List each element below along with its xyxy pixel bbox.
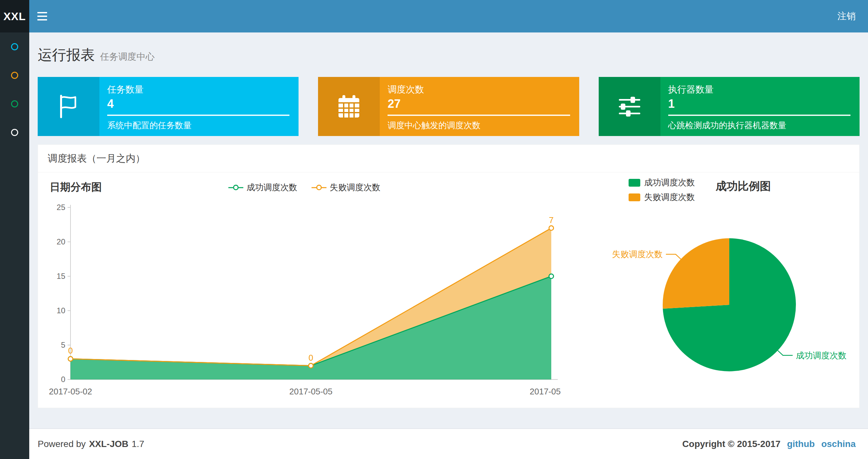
copyright-text: Copyright © 2015-2017 <box>682 439 780 449</box>
legend-item-success[interactable]: 成功调度次数 <box>628 177 695 188</box>
info-box-row: 任务数量 4 系统中配置的任务数量 <box>38 77 860 136</box>
legend-label: 失败调度次数 <box>330 182 380 193</box>
app-logo[interactable]: XXL <box>0 0 29 32</box>
app-name: XXL-JOB <box>89 439 128 449</box>
info-box-jobs: 任务数量 4 系统中配置的任务数量 <box>38 77 299 136</box>
panel-title: 调度报表（一月之内） <box>48 152 145 165</box>
svg-text:5: 5 <box>61 340 65 349</box>
info-box-label: 执行器数量 <box>668 84 850 96</box>
calendar-icon <box>318 77 380 136</box>
powered-by: Powered by XXL-JOB 1.7 <box>38 439 144 449</box>
logout-link[interactable]: 注销 <box>825 0 868 32</box>
svg-text:15: 15 <box>57 272 65 281</box>
footer-right: Copyright © 2015-2017 github oschina <box>682 439 856 449</box>
line-chart-canvas: 05101520252017-05-022017-05-052017-05-08… <box>48 198 561 405</box>
info-box-description: 系统中配置的任务数量 <box>107 120 289 131</box>
svg-text:0: 0 <box>309 353 313 363</box>
info-box-body: 执行器数量 1 心跳检测成功的执行器机器数量 <box>660 77 860 136</box>
circle-outline-icon <box>11 43 18 50</box>
sidebar-item-4[interactable] <box>0 118 29 147</box>
page-header: 运行报表 任务调度中心 <box>29 32 868 68</box>
info-box-description: 调度中心触发的调度次数 <box>388 120 570 131</box>
circle-outline-icon <box>11 72 18 79</box>
info-box-label: 调度次数 <box>388 84 570 96</box>
top-navbar: XXL 注销 <box>0 0 868 32</box>
pie-chart-title: 成功比例图 <box>716 179 771 194</box>
svg-text:0: 0 <box>61 375 65 384</box>
date-distribution-chart: 日期分布图 成功调度次数 <box>48 177 561 405</box>
line-series-marker-icon <box>228 185 243 190</box>
content-area: 运行报表 任务调度中心 任务数量 4 系统中配置的任务数量 <box>29 32 868 428</box>
pie-chart-legend: 成功调度次数 失败调度次数 <box>628 177 695 203</box>
legend-label: 失败调度次数 <box>644 192 695 203</box>
pie-swatch-icon <box>628 179 640 187</box>
info-box-label: 任务数量 <box>107 84 289 96</box>
page-title: 运行报表 <box>38 45 95 65</box>
svg-text:0: 0 <box>68 346 73 356</box>
svg-text:2017-05-08: 2017-05-08 <box>530 387 561 396</box>
report-panel: 调度报表（一月之内） 日期分布图 成功调度次数 <box>38 144 860 408</box>
info-box-body: 调度次数 27 调度中心触发的调度次数 <box>380 77 579 136</box>
xxl-job-dashboard: XXL 注销 运行报表 任务调度中心 <box>0 0 868 459</box>
page-subtitle: 任务调度中心 <box>100 51 155 63</box>
info-box-body: 任务数量 4 系统中配置的任务数量 <box>99 77 299 136</box>
legend-item-fail[interactable]: 失败调度次数 <box>312 182 380 193</box>
info-box-value: 1 <box>668 97 850 111</box>
sidebar-item-3[interactable] <box>0 90 29 118</box>
legend-item-success[interactable]: 成功调度次数 <box>228 182 297 193</box>
svg-text:2017-05-05: 2017-05-05 <box>289 387 333 396</box>
flag-icon <box>38 77 99 136</box>
panel-header: 调度报表（一月之内） <box>38 145 859 172</box>
sidebar <box>0 32 29 459</box>
pie-swatch-icon <box>628 194 640 201</box>
line-chart-header: 日期分布图 成功调度次数 <box>48 177 561 198</box>
info-box-executors: 执行器数量 1 心跳检测成功的执行器机器数量 <box>599 77 860 136</box>
line-series-marker-icon <box>312 185 327 190</box>
circle-outline-icon <box>11 129 18 136</box>
legend-label: 成功调度次数 <box>644 177 695 188</box>
info-box-value: 27 <box>388 97 570 111</box>
svg-text:20: 20 <box>57 237 65 246</box>
sliders-icon <box>599 77 660 136</box>
info-box-value: 4 <box>107 97 289 111</box>
pie-chart-header: 成功调度次数 失败调度次数 成功比例图 <box>599 177 846 203</box>
sidebar-item-2[interactable] <box>0 61 29 90</box>
powered-prefix: Powered by <box>38 439 86 449</box>
sidebar-item-1[interactable] <box>0 32 29 61</box>
progress-bar <box>668 114 850 116</box>
github-link[interactable]: github <box>787 439 815 449</box>
footer: Powered by XXL-JOB 1.7 Copyright © 2015-… <box>29 428 868 459</box>
svg-text:失败调度次数: 失败调度次数 <box>612 249 663 259</box>
line-chart-legend: 成功调度次数 失败调度次数 <box>48 182 561 193</box>
success-ratio-chart: 成功调度次数 失败调度次数 成功比例图 成功调度次数失败调度次数 <box>599 177 846 402</box>
oschina-link[interactable]: oschina <box>821 439 856 449</box>
sidebar-toggle-button[interactable] <box>29 0 55 32</box>
svg-text:2017-05-02: 2017-05-02 <box>49 387 92 396</box>
progress-bar <box>107 114 289 116</box>
svg-text:25: 25 <box>57 203 65 211</box>
panel-body: 日期分布图 成功调度次数 <box>38 172 859 408</box>
svg-text:10: 10 <box>57 306 65 315</box>
pie-chart-canvas: 成功调度次数失败调度次数 <box>612 207 846 402</box>
svg-text:成功调度次数: 成功调度次数 <box>796 351 846 360</box>
info-box-description: 心跳检测成功的执行器机器数量 <box>668 120 850 131</box>
progress-bar <box>388 114 570 116</box>
legend-item-fail[interactable]: 失败调度次数 <box>628 192 695 203</box>
legend-label: 成功调度次数 <box>247 182 297 193</box>
app-version: 1.7 <box>131 439 144 449</box>
circle-outline-icon <box>11 100 18 107</box>
app-logo-text: XXL <box>3 10 26 23</box>
hamburger-icon <box>37 12 47 21</box>
svg-text:7: 7 <box>549 215 554 225</box>
info-box-triggers: 调度次数 27 调度中心触发的调度次数 <box>318 77 579 136</box>
